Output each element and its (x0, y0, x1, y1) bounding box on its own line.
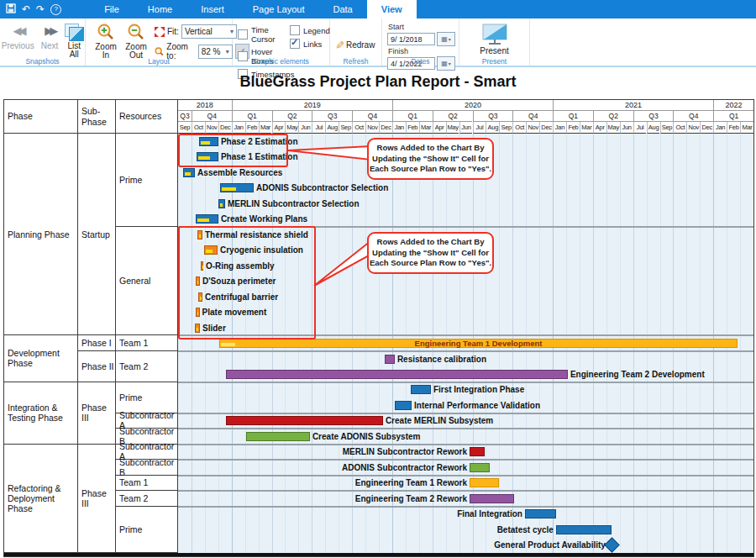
quarter-header: Q3 (312, 111, 352, 122)
start-calendar-button[interactable]: ▦▾ (437, 32, 455, 46)
quarter-header: Q3 (178, 111, 192, 122)
task-bar[interactable] (204, 245, 218, 255)
help-icon[interactable]: ? (50, 4, 61, 15)
resource-cell: Prime (116, 134, 178, 227)
tab-page-layout[interactable]: Page Layout (239, 0, 319, 18)
month-header: Nov (686, 122, 700, 134)
task-bar[interactable] (198, 292, 202, 302)
task-label: Create MERLIN Subsystem (386, 415, 493, 426)
task-bar[interactable] (197, 230, 202, 240)
start-date-field[interactable]: 9/ 1/2018 (387, 33, 435, 45)
task-bar[interactable] (525, 509, 556, 519)
row-separator (178, 226, 753, 228)
month-header: Aug (325, 122, 339, 134)
task-bar[interactable] (470, 478, 499, 487)
task-bar[interactable] (197, 152, 218, 161)
quarter-header: Q1 (713, 111, 753, 122)
tab-home[interactable]: Home (134, 0, 186, 18)
task-label: First Integration Phase (433, 384, 524, 395)
task-bar[interactable] (226, 370, 568, 379)
task-bar[interactable] (195, 324, 200, 333)
tab-file[interactable]: File (90, 0, 134, 18)
task-label: MERLIN Subcontractor Selection (228, 198, 360, 209)
checkbox-time-cursor[interactable]: Time Cursor (238, 25, 290, 44)
monitor-icon (481, 24, 508, 45)
task-label: Betatest cycle (497, 524, 554, 535)
quarter-header: Q3 (473, 111, 513, 122)
task-progress (185, 172, 191, 176)
present-button[interactable]: Present (477, 24, 511, 55)
tab-insert[interactable]: Insert (186, 0, 239, 18)
task-label: O-Ring assembly (206, 261, 275, 271)
start-label: Start (388, 23, 404, 31)
callout-text-line: Rows Added to the Chart By (377, 237, 485, 247)
phase-cell: Refactoring & Deployment Phase (4, 445, 78, 553)
zoom-to-dropdown[interactable]: 82 %▾ (198, 45, 233, 59)
task-label: General Product Availability (494, 540, 606, 550)
task-label: Engineering Team 1 Rework (355, 477, 467, 488)
quick-access-toolbar: ↶ ↷ ? (0, 3, 61, 15)
phase-cell: Integration & Testing Phase (4, 382, 78, 445)
checkbox-label: Legend (303, 26, 330, 35)
group-refresh: ✎ Redraw Refresh (330, 18, 382, 66)
annotation-callout-1: Rows Added to the Chart ByUpdating the "… (367, 138, 494, 180)
application-window: ↶ ↷ ? FileHomeInsertPage LayoutDataView … (0, 0, 756, 558)
list-all-button[interactable]: List All (62, 24, 86, 59)
save-icon[interactable] (6, 3, 16, 15)
task-label: ADONIS Subcontractor Rework (342, 462, 467, 473)
zoom-out-button[interactable]: Zoom Out (121, 23, 151, 60)
redraw-button[interactable]: ✎ Redraw (335, 39, 375, 51)
task-bar[interactable] (196, 308, 200, 317)
redo-icon[interactable]: ↷ (36, 4, 45, 14)
resource-cell: Team 2 (116, 491, 178, 507)
group-layout: Zoom In Zoom Out Fit: V (86, 18, 233, 66)
task-label: Centrifugal barrier (205, 292, 278, 303)
undo-icon[interactable]: ↶ (22, 4, 30, 14)
task-bar[interactable] (470, 463, 490, 472)
task-bar[interactable] (246, 432, 310, 441)
month-header: Jan (713, 122, 727, 134)
task-bar[interactable] (201, 261, 203, 271)
month-header: Sep (499, 122, 512, 134)
group-caption: Refresh (330, 57, 381, 66)
task-label: Create Working Plans (221, 213, 307, 224)
zoom-in-button[interactable]: Zoom In (91, 23, 121, 60)
month-header: Dec (539, 122, 553, 134)
subphase-cell: Phase II (78, 351, 116, 382)
task-bar[interactable] (226, 416, 383, 425)
next-button[interactable]: ▶▶ Next (39, 24, 61, 50)
checkbox-legend[interactable]: Legend (290, 25, 330, 35)
task-bar[interactable] (220, 183, 254, 192)
checkbox-links[interactable]: Links (290, 39, 330, 49)
redraw-icon: ✎ (333, 40, 346, 50)
month-header: Feb (245, 122, 259, 134)
next-icon: ▶▶ (45, 24, 55, 40)
task-bar[interactable] (196, 276, 200, 286)
task-bar[interactable] (470, 447, 485, 456)
checkbox-icon (290, 39, 300, 49)
task-bar[interactable] (395, 401, 412, 410)
task-bar[interactable] (385, 355, 395, 364)
row-separator (178, 334, 753, 336)
task-bar[interactable] (556, 525, 612, 534)
task-progress (206, 250, 213, 253)
task-bar[interactable] (199, 137, 218, 146)
month-header: Oct (673, 122, 686, 134)
row-separator (178, 444, 753, 445)
fit-dropdown[interactable]: Vertical▾ (181, 24, 237, 39)
task-bar[interactable] (196, 214, 218, 224)
tab-view[interactable]: View (367, 0, 417, 18)
month-header: May (606, 122, 620, 134)
task-bar[interactable] (411, 385, 431, 394)
task-bar[interactable] (183, 168, 195, 177)
month-header: Apr (593, 122, 606, 134)
tab-data[interactable]: Data (319, 0, 367, 18)
year-header: 2021 (553, 100, 713, 111)
task-bar[interactable] (470, 494, 514, 503)
task-bar[interactable]: Engineering Team 1 Development (219, 339, 738, 348)
task-bar[interactable] (218, 199, 225, 208)
task-progress (197, 281, 198, 284)
month-header: Sep (178, 122, 192, 134)
chevron-down-icon: ▾ (226, 48, 229, 55)
previous-button[interactable]: ◀◀ Previous (0, 24, 37, 50)
